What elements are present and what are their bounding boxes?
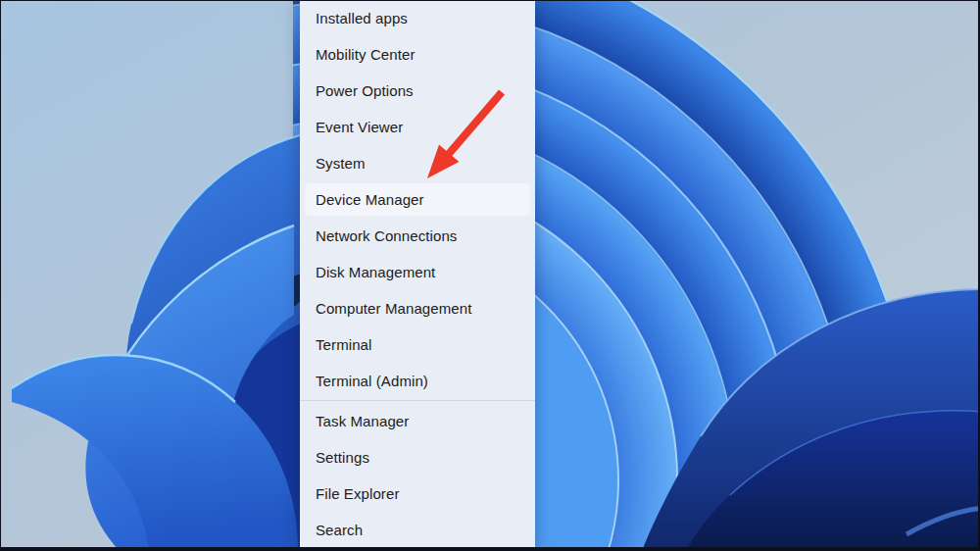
menu-separator [300, 400, 535, 401]
menu-group-top: Installed apps Mobility Center Power Opt… [300, 0, 535, 399]
menu-item-label: Power Options [316, 82, 414, 99]
menu-item-task-manager[interactable]: Task Manager [305, 403, 530, 439]
menu-item-system[interactable]: System [305, 145, 530, 181]
menu-item-label: Installed apps [316, 10, 408, 26]
menu-item-device-manager[interactable]: Device Manager [305, 181, 530, 218]
menu-item-label: Device Manager [316, 191, 424, 208]
menu-item-label: Network Connections [316, 227, 457, 244]
menu-item-mobility-center[interactable]: Mobility Center [305, 36, 530, 73]
menu-item-label: Computer Management [316, 300, 471, 317]
menu-item-disk-management[interactable]: Disk Management [305, 254, 530, 290]
menu-item-label: File Explorer [316, 485, 400, 502]
menu-item-event-viewer[interactable]: Event Viewer [305, 109, 530, 145]
menu-item-computer-management[interactable]: Computer Management [305, 290, 530, 326]
menu-item-terminal[interactable]: Terminal [305, 326, 530, 363]
desktop-screenshot: Installed apps Mobility Center Power Opt… [0, 0, 980, 551]
menu-item-label: Settings [316, 449, 369, 466]
menu-item-network-connections[interactable]: Network Connections [305, 218, 530, 254]
menu-item-label: Search [316, 522, 363, 538]
menu-item-label: System [316, 155, 366, 172]
menu-item-label: Mobility Center [316, 46, 416, 63]
menu-item-label: Terminal (Admin) [316, 373, 428, 389]
menu-item-search[interactable]: Search [305, 512, 530, 548]
menu-item-settings[interactable]: Settings [305, 439, 530, 476]
menu-item-label: Task Manager [316, 413, 409, 429]
menu-item-terminal-admin[interactable]: Terminal (Admin) [305, 363, 530, 399]
menu-item-installed-apps[interactable]: Installed apps [305, 0, 530, 36]
menu-item-power-options[interactable]: Power Options [305, 73, 530, 109]
menu-item-file-explorer[interactable]: File Explorer [305, 476, 530, 512]
menu-group-bottom: Task Manager Settings File Explorer Sear… [300, 403, 535, 548]
menu-item-label: Terminal [316, 336, 371, 353]
menu-item-label: Event Viewer [316, 119, 403, 135]
menu-item-label: Disk Management [316, 264, 435, 280]
winx-quick-link-menu: Installed apps Mobility Center Power Opt… [300, 0, 535, 551]
